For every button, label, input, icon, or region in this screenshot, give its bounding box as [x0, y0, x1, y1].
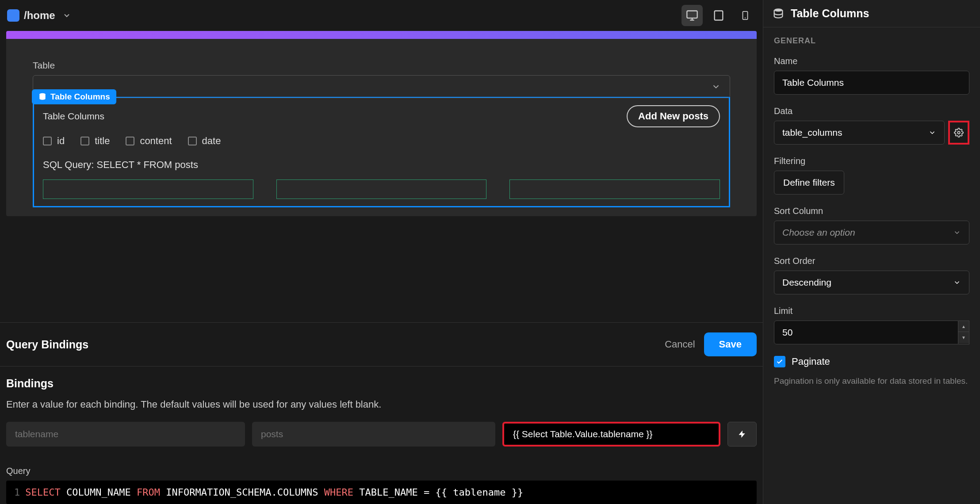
- tablet-view-button[interactable]: [708, 5, 729, 26]
- bindings-title: Bindings: [6, 377, 757, 390]
- lightning-button[interactable]: [727, 422, 757, 447]
- component-tag[interactable]: Table Columns: [32, 89, 116, 104]
- binding-name-input[interactable]: [6, 422, 245, 447]
- data-settings-button[interactable]: [948, 121, 969, 145]
- sortorder-select[interactable]: Descending: [774, 271, 969, 294]
- column-check-content[interactable]: content: [126, 135, 172, 147]
- database-icon: [38, 92, 47, 101]
- checkbox-icon[interactable]: [188, 137, 197, 145]
- query-bindings-panel: Query Bindings Cancel Save Bindings Ente…: [0, 322, 763, 504]
- svg-point-8: [957, 131, 960, 134]
- sortcol-select[interactable]: Choose an option: [774, 221, 969, 244]
- svg-point-7: [774, 8, 783, 11]
- gear-icon: [954, 128, 964, 137]
- paginate-label: Paginate: [792, 356, 830, 367]
- svg-rect-0: [687, 11, 697, 18]
- limit-decrement[interactable]: ▼: [958, 332, 969, 343]
- limit-increment[interactable]: ▲: [958, 321, 969, 332]
- paginate-help: Pagination is only available for data st…: [774, 375, 969, 387]
- query-panel-title: Query Bindings: [6, 338, 88, 351]
- checkbox-icon[interactable]: [80, 137, 89, 145]
- gradient-bar: [6, 31, 757, 39]
- chevron-down-icon: [928, 129, 936, 137]
- query-code[interactable]: 1SELECT COLUMN_NAME FROM INFORMATION_SCH…: [6, 481, 757, 504]
- name-label: Name: [774, 56, 969, 66]
- sortorder-label: Sort Order: [774, 256, 969, 266]
- cancel-button[interactable]: Cancel: [665, 339, 695, 350]
- sortcol-label: Sort Column: [774, 206, 969, 216]
- top-bar: /home: [0, 0, 763, 31]
- component-title: Table Columns: [43, 111, 104, 122]
- sidebar-title: Table Columns: [791, 7, 869, 20]
- column-checks: id title content date: [43, 135, 720, 147]
- define-filters-button[interactable]: Define filters: [774, 171, 844, 195]
- add-new-button[interactable]: Add New posts: [627, 105, 720, 127]
- selected-component[interactable]: Table Columns Add New posts id title con…: [33, 97, 730, 207]
- table-field-label: Table: [33, 60, 730, 71]
- checkbox-icon[interactable]: [126, 137, 134, 145]
- query-label: Query: [0, 466, 763, 476]
- data-label: Data: [774, 106, 969, 116]
- checkbox-icon[interactable]: [43, 137, 52, 145]
- limit-label: Limit: [774, 306, 969, 316]
- binding-value-input[interactable]: [502, 422, 720, 447]
- save-button[interactable]: Save: [704, 332, 757, 356]
- sql-query-text: SQL Query: SELECT * FROM posts: [43, 159, 720, 171]
- limit-input[interactable]: [774, 321, 958, 344]
- chevron-down-icon[interactable]: [62, 11, 71, 20]
- binding-default-input[interactable]: [252, 422, 495, 447]
- breadcrumb[interactable]: /home: [24, 9, 55, 22]
- lightning-icon: [738, 429, 746, 439]
- desktop-view-button[interactable]: [681, 5, 703, 26]
- mobile-view-button[interactable]: [735, 5, 756, 26]
- bindings-help-text: Enter a value for each binding. The defa…: [6, 399, 757, 410]
- column-check-id[interactable]: id: [43, 135, 65, 147]
- placeholder-box: [43, 179, 253, 199]
- database-icon: [772, 8, 785, 20]
- table-select[interactable]: [33, 75, 730, 98]
- check-icon: [776, 358, 783, 365]
- name-input[interactable]: [774, 71, 969, 95]
- placeholder-box: [276, 179, 487, 199]
- properties-sidebar: Table Columns GENERAL Name Data table_co…: [763, 0, 980, 504]
- filtering-label: Filtering: [774, 156, 969, 166]
- app-badge[interactable]: [7, 9, 19, 22]
- canvas: Table Table Columns Table Columns Add Ne…: [0, 31, 763, 322]
- data-select[interactable]: table_columns: [774, 121, 945, 145]
- svg-rect-3: [715, 11, 723, 20]
- placeholder-box: [509, 179, 720, 199]
- section-general: GENERAL: [774, 36, 969, 46]
- chevron-down-icon: [953, 229, 961, 237]
- column-check-title[interactable]: title: [80, 135, 110, 147]
- column-check-date[interactable]: date: [188, 135, 221, 147]
- paginate-checkbox[interactable]: [774, 356, 785, 367]
- chevron-down-icon: [953, 279, 961, 286]
